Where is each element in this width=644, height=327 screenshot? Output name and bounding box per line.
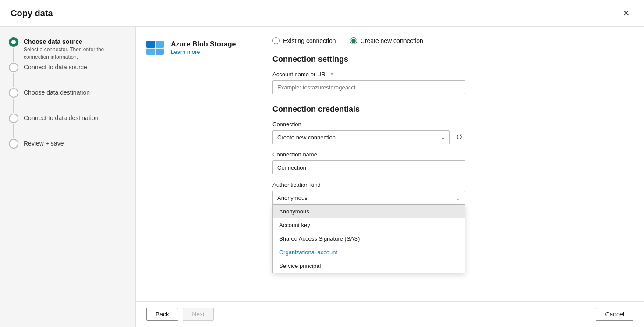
source-info: Azure Blob Storage Learn more [145,37,249,58]
existing-connection-radio[interactable] [272,37,280,44]
next-button: Next [183,308,214,321]
connection-name-field-group: Connection name [272,151,630,174]
existing-connection-option[interactable]: Existing connection [272,37,336,44]
dialog-header: Copy data ✕ [0,0,644,27]
svg-rect-3 [146,49,155,55]
account-name-input[interactable] [272,80,465,94]
auth-option-sas[interactable]: Shared Access Signature (SAS) [273,232,465,245]
connection-select-wrapper: Create new connection ⌄ ↺ [272,130,465,144]
source-details: Azure Blob Storage Learn more [171,40,236,55]
connection-name-label: Connection name [272,151,630,158]
auth-option-anonymous[interactable]: Anonymous [273,205,465,218]
cancel-button[interactable]: Cancel [596,308,633,321]
auth-dropdown-menu: Anonymous Account key Shared Access Sign… [272,205,465,273]
step-circle-2 [9,63,18,72]
step-left-3 [9,88,18,114]
step-circle-5 [9,139,18,149]
step-item-connect-to-data-source: Connect to data source [9,63,127,88]
footer-left: Back Next [146,308,214,321]
step-content: Choose data source Select a connector. T… [24,37,127,63]
step-item-review-save: Review + save [9,139,127,149]
connection-select-container: Create new connection ⌄ [272,130,450,144]
svg-rect-4 [156,49,164,55]
step-desc: Select a connector. Then enter the conne… [24,46,127,61]
learn-more-link[interactable]: Learn more [171,49,200,55]
create-new-connection-option[interactable]: Create new connection [350,37,423,44]
connection-label: Connection [272,121,630,128]
credentials-title: Connection credentials [272,105,630,114]
radio-tabs: Existing connection Create new connectio… [272,37,630,44]
source-name: Azure Blob Storage [171,40,236,48]
step-content-5: Review + save [24,139,64,149]
connection-select-value: Create new connection [277,134,336,141]
connection-name-input[interactable] [272,160,465,174]
step-left [9,37,18,63]
auth-select-value: Anonymous [277,195,308,201]
dialog-body: Choose data source Select a connector. T… [0,27,644,327]
step-line-3 [13,99,14,113]
step-item-choose-data-source: Choose data source Select a connector. T… [9,37,127,63]
account-field-label: Account name or URL * [272,71,630,78]
step-label-3: Choose data destination [24,89,90,96]
sidebar: Choose data source Select a connector. T… [0,27,136,327]
create-new-connection-label: Create new connection [361,37,423,44]
content-area: Azure Blob Storage Learn more Existing c… [136,27,644,301]
step-item-choose-data-destination: Choose data destination [9,88,127,114]
auth-select-box[interactable]: Anonymous ⌄ [272,191,465,205]
required-marker: * [331,71,333,78]
step-label-5: Review + save [24,140,64,147]
create-new-connection-radio[interactable] [350,37,357,44]
account-field-group: Account name or URL * [272,71,630,94]
existing-connection-label: Existing connection [283,37,336,44]
copy-data-dialog: Copy data ✕ Choose data source Select a … [0,0,644,327]
auth-option-org-account[interactable]: Organizational account [273,245,465,259]
dialog-title: Copy data [11,8,53,18]
auth-kind-field-group: Authentication kind Anonymous ⌄ Anonymou… [272,181,630,205]
step-left-4 [9,114,18,139]
step-line [13,48,14,62]
back-button[interactable]: Back [146,308,178,321]
close-button[interactable]: ✕ [619,7,633,19]
step-label-4: Connect to data destination [24,114,98,121]
connection-settings-title: Connection settings [272,55,630,64]
step-content-2: Connect to data source [24,63,87,72]
auth-chevron-icon: ⌄ [456,195,460,201]
main-content: Azure Blob Storage Learn more Existing c… [136,27,644,327]
step-line-2 [13,73,14,87]
svg-rect-1 [146,41,155,48]
source-panel: Azure Blob Storage Learn more [136,27,258,301]
azure-blob-icon [145,37,166,58]
step-left-5 [9,139,18,149]
refresh-button[interactable]: ↺ [453,132,465,143]
step-item-connect-to-data-destination: Connect to data destination [9,114,127,139]
step-content-3: Choose data destination [24,88,90,98]
step-circle-3 [9,88,18,98]
settings-panel: Existing connection Create new connectio… [258,27,644,301]
auth-dropdown-wrapper: Anonymous ⌄ Anonymous Account key Shared… [272,191,465,205]
connection-field-group: Connection Create new connection ⌄ ↺ [272,121,630,144]
step-line-4 [13,124,14,138]
step-label-2: Connect to data source [24,64,87,71]
auth-option-account-key[interactable]: Account key [273,218,465,232]
step-content-4: Connect to data destination [24,114,98,123]
step-circle-active [9,37,18,47]
step-left-2 [9,63,18,88]
step-label: Choose data source [24,38,127,45]
svg-rect-2 [156,41,164,48]
dialog-footer: Back Next Cancel [136,301,644,327]
auth-kind-label: Authentication kind [272,181,630,188]
connection-select-box[interactable]: Create new connection [272,130,450,144]
step-circle-4 [9,114,18,123]
auth-option-service-principal[interactable]: Service principal [273,259,465,273]
